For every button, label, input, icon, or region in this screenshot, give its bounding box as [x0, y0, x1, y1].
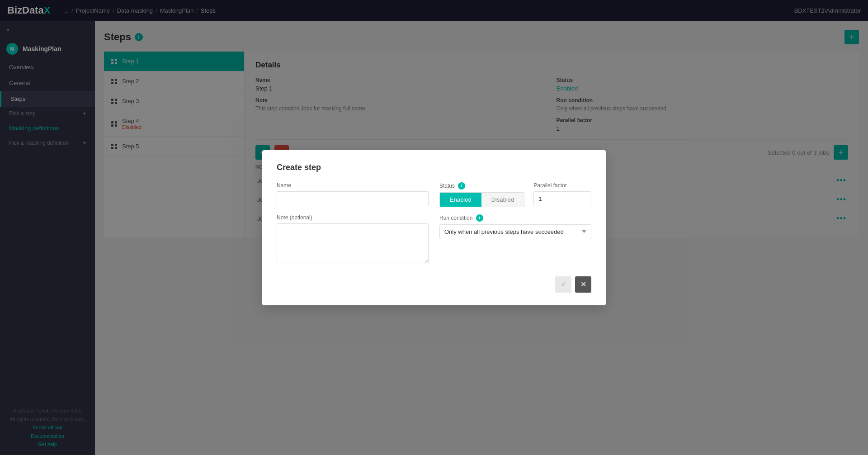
modal-parallel-group: Parallel factor — [533, 182, 591, 207]
create-step-modal: Create step Name Status i Enabled — [262, 150, 606, 305]
modal-note-textarea[interactable] — [277, 223, 429, 264]
modal-name-col: Name — [277, 182, 429, 207]
modal-note-label: Note (optional) — [277, 214, 429, 221]
modal-status-col: Status i Enabled Disabled Parallel facto… — [439, 182, 591, 207]
modal-name-input[interactable] — [277, 191, 429, 206]
modal-row-2: Note (optional) Run condition i Only whe… — [277, 214, 591, 265]
status-toggle: Enabled Disabled — [439, 192, 524, 207]
modal-name-label: Name — [277, 182, 429, 189]
modal-run-condition-label: Run condition i — [439, 214, 591, 222]
status-enabled-button[interactable]: Enabled — [440, 193, 481, 207]
status-info-icon: i — [458, 182, 465, 190]
modal-overlay: Create step Name Status i Enabled — [0, 0, 868, 455]
modal-confirm-button[interactable]: ✓ — [555, 276, 571, 293]
modal-run-condition-select[interactable]: Only when all previous steps have succee… — [439, 224, 591, 239]
modal-parallel-input[interactable] — [533, 191, 591, 206]
modal-cancel-button[interactable]: ✕ — [575, 276, 591, 293]
modal-run-condition-col: Run condition i Only when all previous s… — [439, 214, 591, 265]
status-disabled-button[interactable]: Disabled — [481, 193, 524, 207]
modal-status-label: Status i — [439, 182, 524, 190]
run-condition-info-icon: i — [476, 214, 483, 222]
modal-row-1: Name Status i Enabled Disabled — [277, 182, 591, 207]
modal-parallel-label: Parallel factor — [533, 182, 591, 189]
modal-title: Create step — [277, 163, 591, 172]
modal-footer: ✓ ✕ — [277, 276, 591, 293]
modal-status-group: Status i Enabled Disabled — [439, 182, 524, 207]
modal-note-col: Note (optional) — [277, 214, 429, 265]
